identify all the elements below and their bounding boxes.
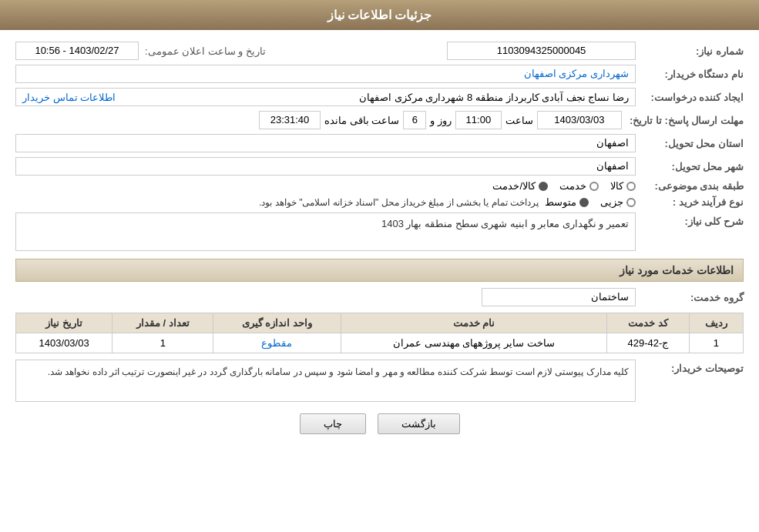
button-row: بازگشت چاپ [15, 413, 744, 446]
page-header: جزئیات اطلاعات نیاز [0, 0, 759, 30]
cell-need-date: 1403/03/03 [16, 333, 113, 353]
province-label: استان محل تحویل: [636, 138, 744, 149]
province-value: اصفهان [15, 134, 636, 152]
requester-contact-link[interactable]: اطلاعات تماس خریدار [22, 92, 116, 103]
city-value: اصفهان [15, 157, 636, 176]
radio-khedmat [589, 182, 599, 191]
deadline-time: 11:00 [455, 111, 502, 129]
purchase-type-motavaset: متوسط [545, 196, 589, 208]
radio-kala [626, 182, 636, 191]
cell-service-code: ج-42-429 [607, 333, 690, 353]
cell-service-name: ساخت سایر پروژههای مهندسی عمران [341, 333, 607, 353]
page-title: جزئیات اطلاعات نیاز [327, 8, 432, 22]
print-button[interactable]: چاپ [300, 413, 366, 434]
cell-row-num: 1 [689, 333, 743, 353]
buyer-org-row: نام دستگاه خریدار: شهرداری مرکزی اصفهان [15, 65, 744, 83]
requester-row: ایجاد کننده درخواست: رضا نساج نجف آبادی … [15, 88, 744, 106]
service-group-label: گروه خدمت: [636, 292, 744, 303]
radio-kala-khedmat [539, 182, 548, 191]
purchase-type-options: جزیی متوسط [545, 196, 636, 208]
col-need-date: تاریخ نیاز [16, 313, 113, 333]
category-option-kala-khedmat: کالا/خدمت [492, 180, 548, 192]
col-quantity: تعداد / مقدار [113, 313, 213, 333]
purchase-type-note: پرداخت تمام یا بخشی از مبلغ خریداز محل "… [259, 197, 539, 208]
days-label: روز و [426, 115, 455, 126]
deadline-date: 1403/03/03 [537, 111, 622, 129]
table-row: 1 ج-42-429 ساخت سایر پروژههای مهندسی عمر… [16, 333, 744, 353]
buyer-org-label: نام دستگاه خریدار: [636, 69, 744, 80]
radio-jozi [626, 198, 636, 207]
announce-date-value: 1403/02/27 - 10:56 [15, 42, 139, 60]
cell-unit: مقطوع [213, 333, 341, 353]
category-row: طبقه بندی موضوعی: کالا خدمت کالا/خدمت [15, 180, 744, 192]
buyer-notes-row: توصیحات خریدار: کلیه مدارک پیوستی لازم ا… [15, 360, 744, 402]
need-number-value: 1103094325000045 [447, 42, 636, 60]
city-row: شهر محل تحویل: اصفهان [15, 157, 744, 176]
general-desc-row: شرح کلی نیاز: تعمیر و نگهداری معابر و اب… [15, 212, 744, 251]
general-desc-value: تعمیر و نگهداری معابر و ابنیه شهری سطح م… [15, 212, 636, 251]
back-button[interactable]: بازگشت [378, 413, 460, 434]
purchase-type-jozi: جزیی [600, 196, 636, 208]
purchase-type-label: نوع فرآیند خرید : [636, 196, 744, 208]
remaining-time: 23:31:40 [259, 111, 321, 129]
category-options: کالا خدمت کالا/خدمت [492, 180, 636, 192]
services-table: ردیف کد خدمت نام خدمت واحد اندازه گیری ت… [15, 313, 744, 353]
need-number-row: شماره نیاز: 1103094325000045 تاریخ و ساع… [15, 42, 744, 60]
services-section-header: اطلاعات خدمات مورد نیاز [15, 259, 744, 282]
announce-date-label: تاریخ و ساعت اعلان عمومی: [139, 45, 272, 57]
general-desc-label: شرح کلی نیاز: [636, 212, 744, 227]
service-group-row: گروه خدمت: ساختمان [15, 288, 744, 306]
remaining-label: ساعت باقی مانده [321, 115, 403, 126]
requester-value: رضا نساج نجف آبادی کاربرداز منطقه 8 شهرد… [15, 88, 636, 106]
category-option-khedmat: خدمت [559, 180, 599, 192]
service-group-value: ساختمان [482, 288, 636, 306]
col-row-num: ردیف [689, 313, 743, 333]
category-option-kala: کالا [610, 180, 636, 192]
radio-motavaset [579, 198, 589, 207]
cell-quantity: 1 [113, 333, 213, 353]
purchase-type-row: نوع فرآیند خرید : جزیی متوسط پرداخت تمام… [15, 196, 744, 208]
buyer-notes-label: توصیحات خریدار: [636, 360, 744, 374]
requester-label: ایجاد کننده درخواست: [636, 92, 744, 103]
deadline-row: مهلت ارسال پاسخ: تا تاریخ: 1403/03/03 سا… [15, 111, 744, 129]
days-value: 6 [403, 111, 426, 129]
buyer-notes-value: کلیه مدارک پیوستی لازم است توسط شرکت کنن… [15, 360, 636, 402]
province-row: استان محل تحویل: اصفهان [15, 134, 744, 152]
col-service-code: کد خدمت [607, 313, 690, 333]
col-unit: واحد اندازه گیری [213, 313, 341, 333]
time-label: ساعت [502, 115, 537, 126]
deadline-label: مهلت ارسال پاسخ: تا تاریخ: [622, 115, 744, 126]
buyer-org-value: شهرداری مرکزی اصفهان [15, 65, 636, 83]
col-service-name: نام خدمت [341, 313, 607, 333]
category-label: طبقه بندی موضوعی: [636, 180, 744, 192]
city-label: شهر محل تحویل: [636, 161, 744, 172]
need-number-label: شماره نیاز: [636, 45, 744, 57]
